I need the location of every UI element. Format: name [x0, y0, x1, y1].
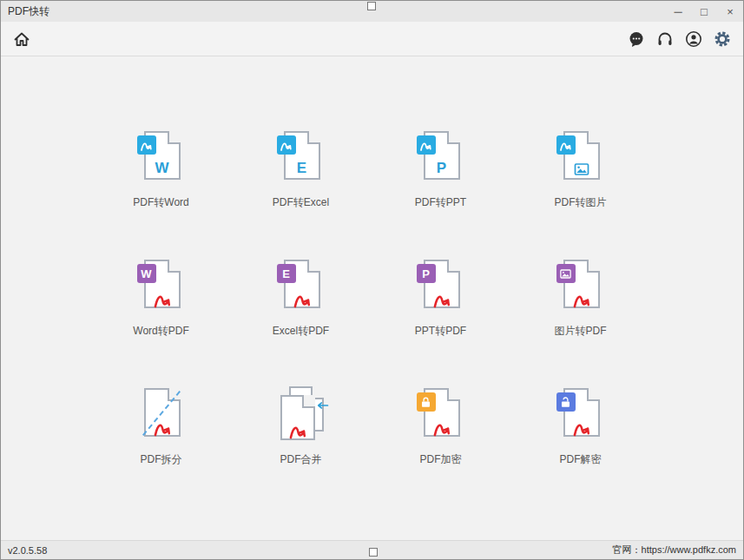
version-text: v2.0.5.58	[8, 545, 47, 556]
tool-label: PDF解密	[510, 452, 650, 467]
tool-pdf-to-image[interactable]: PDF转图片	[510, 129, 650, 258]
pdf-glyph	[280, 421, 315, 440]
lock-badge	[417, 392, 436, 412]
tool-label: 图片转PDF	[510, 324, 650, 339]
main-area: W PDF转Word E PDF转Excel	[1, 56, 743, 540]
pdf-split-icon	[137, 386, 186, 442]
tool-image-to-pdf[interactable]: 图片转PDF	[510, 258, 650, 386]
ppt-to-pdf-icon: P	[417, 258, 465, 313]
website-url[interactable]: https://www.pdfkz.com	[642, 544, 736, 555]
window-title: PDF快转	[8, 4, 49, 19]
source-format-badge: P	[417, 264, 436, 283]
tool-label: PDF转Excel	[231, 195, 371, 210]
tool-label: PDF转Word	[91, 195, 231, 210]
tool-pdf-to-excel[interactable]: E PDF转Excel	[231, 129, 371, 258]
tool-excel-to-pdf[interactable]: E Excel转PDF	[231, 258, 371, 386]
minimize-button[interactable]: ─	[665, 1, 691, 22]
tool-pdf-encrypt[interactable]: PDF加密	[371, 386, 510, 515]
settings-gear-icon[interactable]	[712, 29, 733, 49]
maximize-button[interactable]: □	[691, 1, 717, 22]
merge-arrow-icon	[315, 399, 330, 415]
toolbar	[1, 22, 743, 56]
messages-icon[interactable]	[626, 29, 647, 49]
tool-pdf-to-ppt[interactable]: P PDF转PPT	[371, 129, 510, 258]
pdf-to-ppt-icon: P	[417, 129, 465, 185]
target-format-letter: P	[424, 160, 460, 177]
unlock-badge	[556, 392, 576, 412]
tool-label: PPT转PDF	[371, 324, 510, 339]
tool-label: PDF转PPT	[371, 195, 510, 210]
website-link[interactable]: 官网：https://www.pdfkz.com	[613, 544, 736, 557]
tool-pdf-decrypt[interactable]: PDF解密	[510, 386, 650, 515]
tool-label: Word转PDF	[91, 324, 231, 339]
tool-grid: W PDF转Word E PDF转Excel	[1, 56, 743, 515]
tool-label: PDF拆分	[91, 452, 231, 467]
tool-label: Excel转PDF	[231, 324, 371, 339]
pdf-decrypt-icon	[556, 386, 605, 442]
pdf-glyph	[284, 290, 320, 309]
tool-pdf-merge[interactable]: PDF合并	[231, 386, 371, 515]
tool-word-to-pdf[interactable]: W Word转PDF	[91, 258, 231, 386]
close-button[interactable]: ×	[717, 1, 743, 22]
home-icon[interactable]	[11, 29, 32, 49]
tool-pdf-to-word[interactable]: W PDF转Word	[91, 129, 231, 258]
account-icon[interactable]	[683, 29, 704, 49]
tool-ppt-to-pdf[interactable]: P PPT转PDF	[371, 258, 510, 386]
pdf-glyph	[424, 418, 460, 438]
image-to-pdf-icon	[556, 258, 605, 313]
pdf-glyph	[563, 290, 600, 309]
screen-edge-marker-top	[367, 2, 376, 10]
pdf-source-badge	[556, 135, 576, 155]
excel-to-pdf-icon: E	[277, 258, 326, 313]
pdf-encrypt-icon	[417, 386, 465, 442]
image-source-badge	[556, 264, 576, 283]
image-glyph	[563, 161, 600, 178]
website-label: 官网：	[613, 544, 642, 555]
target-format-letter: E	[284, 160, 320, 177]
word-to-pdf-icon: W	[137, 258, 186, 313]
tool-pdf-split[interactable]: PDF拆分	[91, 386, 231, 515]
source-format-badge: W	[137, 264, 156, 283]
headset-icon[interactable]	[655, 29, 675, 49]
pdf-to-excel-icon: E	[277, 129, 326, 185]
pdf-glyph	[424, 290, 460, 309]
pdf-source-badge	[137, 135, 156, 155]
pdf-glyph	[144, 290, 181, 309]
screen-edge-marker-bottom	[369, 548, 378, 557]
source-format-badge: E	[277, 264, 296, 283]
pdf-source-badge	[417, 135, 436, 155]
pdf-to-image-icon	[556, 129, 605, 185]
pdf-glyph	[563, 418, 600, 438]
pdf-source-badge	[277, 135, 296, 155]
tool-label: PDF合并	[231, 452, 371, 467]
tool-label: PDF加密	[371, 452, 510, 467]
pdf-to-word-icon: W	[137, 129, 186, 185]
app-window: PDF快转 ─ □ ×	[0, 0, 744, 560]
pdf-merge-icon	[277, 386, 326, 442]
tool-label: PDF转图片	[510, 195, 650, 210]
toolbar-right-icons	[626, 29, 733, 49]
target-format-letter: W	[144, 160, 181, 177]
window-controls: ─ □ ×	[665, 1, 743, 22]
